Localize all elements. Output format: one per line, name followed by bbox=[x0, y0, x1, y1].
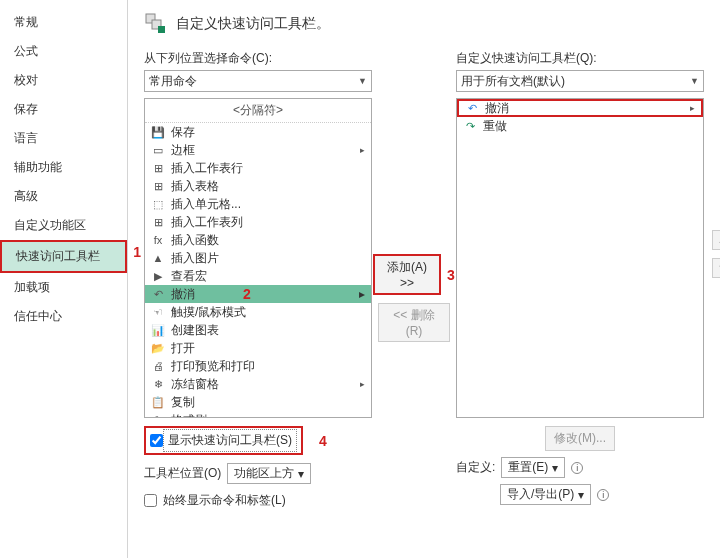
save-icon: 💾 bbox=[151, 125, 165, 139]
list-item[interactable]: 💾保存 bbox=[145, 123, 371, 141]
reorder-buttons: ▲ ▼ bbox=[712, 230, 720, 278]
redo-icon: ↷ bbox=[463, 119, 477, 133]
add-button[interactable]: 添加(A) >> bbox=[373, 254, 441, 295]
macro-icon: ▶ bbox=[151, 269, 165, 283]
always-show-label: 始终显示命令和标签(L) bbox=[163, 492, 286, 509]
list-item[interactable]: 🖨打印预览和打印 bbox=[145, 357, 371, 375]
separator-header: <分隔符> bbox=[145, 99, 371, 123]
choose-commands-label: 从下列位置选择命令(C): bbox=[144, 50, 372, 67]
reset-select[interactable]: 重置(E) ▾ bbox=[501, 457, 565, 478]
qat-column: 自定义快速访问工具栏(Q): 用于所有文档(默认)▼ ↶撤消▸ ↷重做 ▲ ▼ … bbox=[456, 50, 704, 546]
sidebar-item-proofing[interactable]: 校对 bbox=[0, 66, 127, 95]
list-item[interactable]: ▶查看宏 bbox=[145, 267, 371, 285]
format-painter-icon: ✎ bbox=[151, 413, 165, 418]
move-down-button[interactable]: ▼ bbox=[712, 258, 720, 278]
move-up-button[interactable]: ▲ bbox=[712, 230, 720, 250]
insert-cell-icon: ⬚ bbox=[151, 197, 165, 211]
customize-label: 自定义: bbox=[456, 459, 495, 476]
list-item[interactable]: ⊞插入工作表列 bbox=[145, 213, 371, 231]
annotation-2: 2 bbox=[243, 286, 251, 302]
commands-listbox[interactable]: <分隔符> 💾保存 ▭边框▸ ⊞插入工作表行 ⊞插入表格 ⬚插入单元格... ⊞… bbox=[144, 98, 372, 418]
chart-icon: 📊 bbox=[151, 323, 165, 337]
commands-column: 从下列位置选择命令(C): 常用命令▼ <分隔符> 💾保存 ▭边框▸ ⊞插入工作… bbox=[144, 50, 372, 546]
border-icon: ▭ bbox=[151, 143, 165, 157]
choose-commands-select[interactable]: 常用命令▼ bbox=[144, 70, 372, 92]
toolbar-pos-label: 工具栏位置(O) bbox=[144, 465, 221, 482]
list-item-undo[interactable]: ↶撤消2 bbox=[145, 285, 371, 303]
info-icon: i bbox=[597, 489, 609, 501]
sidebar-item-language[interactable]: 语言 bbox=[0, 124, 127, 153]
show-qat-checkbox[interactable] bbox=[150, 434, 163, 447]
sidebar-item-accessibility[interactable]: 辅助功能 bbox=[0, 153, 127, 182]
sidebar-item-general[interactable]: 常规 bbox=[0, 8, 127, 37]
remove-button[interactable]: << 删除(R) bbox=[378, 303, 450, 342]
undo-icon: ↶ bbox=[465, 101, 479, 115]
info-icon: i bbox=[571, 462, 583, 474]
chevron-right-icon: ▸ bbox=[360, 145, 365, 155]
sidebar-item-qat[interactable]: 快速访问工具栏 bbox=[0, 240, 127, 273]
chevron-down-icon: ▼ bbox=[358, 76, 367, 86]
qat-item-undo[interactable]: ↶撤消▸ bbox=[457, 99, 703, 117]
qat-target-label: 自定义快速访问工具栏(Q): bbox=[456, 50, 704, 67]
chevron-right-icon: ▸ bbox=[360, 379, 365, 389]
list-item[interactable]: ⬚插入单元格... bbox=[145, 195, 371, 213]
list-item[interactable]: ☜触摸/鼠标模式 bbox=[145, 303, 371, 321]
show-qat-label: 显示快速访问工具栏(S) bbox=[163, 429, 297, 452]
annotation-3: 3 bbox=[447, 267, 455, 283]
qat-header-icon bbox=[144, 12, 168, 36]
list-item[interactable]: ▭边框▸ bbox=[145, 141, 371, 159]
chevron-right-icon: ▸ bbox=[690, 103, 695, 113]
transfer-buttons: 添加(A) >> 3 << 删除(R) bbox=[378, 50, 450, 546]
list-item[interactable]: fx插入函数 bbox=[145, 231, 371, 249]
toolbar-pos-select[interactable]: 功能区上方▾ bbox=[227, 463, 311, 484]
sidebar-item-advanced[interactable]: 高级 bbox=[0, 182, 127, 211]
open-icon: 📂 bbox=[151, 341, 165, 355]
modify-button[interactable]: 修改(M)... bbox=[545, 426, 615, 451]
svg-rect-2 bbox=[158, 26, 165, 33]
main-panel: 自定义快速访问工具栏。 从下列位置选择命令(C): 常用命令▼ <分隔符> 💾保… bbox=[128, 0, 720, 558]
qat-listbox[interactable]: ↶撤消▸ ↷重做 bbox=[456, 98, 704, 418]
sidebar-item-customize-ribbon[interactable]: 自定义功能区 bbox=[0, 211, 127, 240]
annotation-4: 4 bbox=[319, 433, 327, 449]
qat-target-select[interactable]: 用于所有文档(默认)▼ bbox=[456, 70, 704, 92]
qat-item-redo[interactable]: ↷重做 bbox=[457, 117, 703, 135]
list-item[interactable]: ⊞插入表格 bbox=[145, 177, 371, 195]
picture-icon: ▲ bbox=[151, 251, 165, 265]
insert-row-icon: ⊞ bbox=[151, 161, 165, 175]
sidebar-item-save[interactable]: 保存 bbox=[0, 95, 127, 124]
insert-col-icon: ⊞ bbox=[151, 215, 165, 229]
touch-icon: ☜ bbox=[151, 305, 165, 319]
chevron-down-icon: ▼ bbox=[690, 76, 699, 86]
list-item[interactable]: 📂打开 bbox=[145, 339, 371, 357]
always-show-checkbox[interactable] bbox=[144, 494, 157, 507]
print-icon: 🖨 bbox=[151, 359, 165, 373]
insert-table-icon: ⊞ bbox=[151, 179, 165, 193]
header-title: 自定义快速访问工具栏。 bbox=[176, 15, 330, 33]
fx-icon: fx bbox=[151, 233, 165, 247]
import-export-select[interactable]: 导入/导出(P) ▾ bbox=[500, 484, 591, 505]
undo-icon: ↶ bbox=[151, 287, 165, 301]
header: 自定义快速访问工具栏。 bbox=[144, 12, 704, 36]
copy-icon: 📋 bbox=[151, 395, 165, 409]
list-item[interactable]: ✎格式刷 bbox=[145, 411, 371, 418]
list-item[interactable]: ⊞插入工作表行 bbox=[145, 159, 371, 177]
chevron-down-icon: ▾ bbox=[298, 467, 304, 481]
freeze-icon: ❄ bbox=[151, 377, 165, 391]
sidebar-item-formulas[interactable]: 公式 bbox=[0, 37, 127, 66]
show-qat-check-wrap: 显示快速访问工具栏(S) bbox=[144, 426, 303, 455]
sidebar-item-addins[interactable]: 加载项 bbox=[0, 273, 127, 302]
list-item[interactable]: 📋复制 bbox=[145, 393, 371, 411]
list-item[interactable]: ▲插入图片 bbox=[145, 249, 371, 267]
sidebar: 常规 公式 校对 保存 语言 辅助功能 高级 自定义功能区 快速访问工具栏 加载… bbox=[0, 0, 128, 558]
list-item[interactable]: 📊创建图表 bbox=[145, 321, 371, 339]
sidebar-item-trust-center[interactable]: 信任中心 bbox=[0, 302, 127, 331]
list-item[interactable]: ❄冻结窗格▸ bbox=[145, 375, 371, 393]
